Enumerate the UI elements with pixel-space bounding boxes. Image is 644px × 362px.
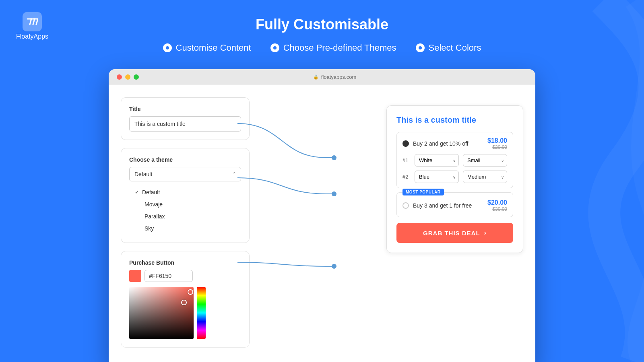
deal-option-1-left: Buy 2 and get 10% off: [402, 140, 469, 147]
variant-color-1-wrap: White Blue Black ∨: [415, 154, 459, 167]
deal-option-1[interactable]: Buy 2 and get 10% off $18.00 $20.00 #1 W…: [396, 132, 513, 188]
most-popular-card[interactable]: MOST POPULAR Buy 3 and get 1 for free $2…: [396, 192, 513, 217]
tab-select-colors[interactable]: Select Colors: [416, 43, 481, 53]
variant-size-arrow-1: ∨: [501, 158, 504, 162]
theme-option-parallax[interactable]: Parallax: [131, 210, 239, 222]
deal-current-price-1: $18.00: [487, 137, 507, 144]
hue-slider[interactable]: [197, 287, 206, 339]
variant-color-select-1[interactable]: White Blue Black: [415, 154, 459, 167]
deal-price-1: $18.00 $20.00: [487, 137, 507, 150]
variant-size-2-wrap: Small Medium Large ∨: [463, 171, 507, 183]
traffic-light-yellow[interactable]: [125, 74, 130, 80]
most-popular-label: Buy 3 and get 1 for free: [413, 202, 472, 209]
tab-label-2: Choose Pre-defined Themes: [283, 43, 396, 53]
variant-color-2-wrap: White Blue Black ∨: [415, 171, 459, 183]
title-card: Title: [121, 97, 250, 140]
theme-label: Choose a theme: [129, 156, 241, 163]
variant-color-select-2[interactable]: White Blue Black: [415, 171, 459, 183]
tab-radio-2: [270, 43, 279, 52]
select-arrow-icon: ⌃: [232, 171, 236, 177]
variant-size-select-1[interactable]: Small Medium Large: [463, 154, 507, 167]
theme-option-label-default: Default: [142, 189, 160, 195]
preview-title: This is a custom title: [396, 115, 513, 125]
variant-row-1: #1 White Blue Black ∨ Small: [402, 154, 507, 167]
theme-option-label-parallax: Parallax: [144, 213, 165, 220]
most-popular-price: $20.00 $30.00: [487, 199, 507, 212]
url-text: floatyapps.com: [321, 74, 356, 80]
color-swatch: [129, 270, 141, 282]
tab-label-1: Customise Content: [176, 43, 251, 53]
tab-label-3: Select Colors: [429, 43, 481, 53]
logo: FloatyApps: [16, 12, 48, 40]
right-preview-panel: This is a custom title Buy 2 and get 10%…: [250, 97, 523, 356]
color-picker-handle-2[interactable]: [188, 289, 193, 295]
tab-predefined-themes[interactable]: Choose Pre-defined Themes: [270, 43, 396, 53]
color-picker-row: [129, 287, 241, 339]
browser-window: 🔒 floatyapps.com Title Choose a theme De…: [109, 69, 535, 362]
most-popular-left: Buy 3 and get 1 for free: [402, 202, 472, 209]
color-picker-card: Purchase Button: [121, 251, 250, 348]
variant-size-select-2[interactable]: Small Medium Large: [463, 171, 507, 183]
variant-num-2: #2: [402, 174, 411, 180]
preview-card: This is a custom title Buy 2 and get 10%…: [386, 105, 523, 253]
color-picker-gradient-area[interactable]: [129, 287, 194, 339]
color-label: Purchase Button: [129, 259, 241, 266]
color-picker-handle-1[interactable]: [181, 300, 187, 305]
grab-deal-button[interactable]: GRAB THIS DEAL ›: [396, 223, 513, 243]
most-popular-original-price: $30.00: [487, 206, 507, 212]
lock-icon: 🔒: [313, 74, 319, 80]
most-popular-badge: MOST POPULAR: [402, 189, 444, 195]
browser-content: Title Choose a theme Default Movaje Para…: [109, 85, 535, 362]
grab-deal-arrow-icon: ›: [484, 229, 487, 237]
deal-radio-1[interactable]: [402, 140, 409, 147]
theme-card: Choose a theme Default Movaje Parallax S…: [121, 148, 250, 243]
variant-num-1: #1: [402, 157, 411, 163]
variant-color-arrow-1: ∨: [453, 158, 456, 162]
deal-original-price-1: $20.00: [487, 144, 507, 150]
tab-radio-3: [416, 43, 425, 52]
title-input[interactable]: [129, 116, 241, 132]
color-input-row: [129, 270, 241, 282]
page-title: Fully Customisable: [0, 16, 644, 33]
variant-color-arrow-2: ∨: [453, 175, 456, 179]
most-popular-content: Buy 3 and get 1 for free $20.00 $30.00: [402, 199, 507, 212]
checkmark-icon: ✓: [135, 189, 139, 195]
left-panel: Title Choose a theme Default Movaje Para…: [121, 97, 250, 356]
variant-row-2: #2 White Blue Black ∨ Small: [402, 171, 507, 183]
logo-icon: [23, 12, 42, 31]
traffic-light-green[interactable]: [134, 74, 139, 80]
variant-size-arrow-2: ∨: [501, 175, 504, 179]
tab-radio-1: [163, 43, 172, 52]
browser-titlebar: 🔒 floatyapps.com: [109, 69, 535, 85]
grab-deal-label: GRAB THIS DEAL: [423, 230, 480, 237]
theme-option-sky[interactable]: Sky: [131, 222, 239, 234]
theme-option-label-sky: Sky: [144, 225, 154, 232]
tab-customise-content[interactable]: Customise Content: [163, 43, 251, 53]
title-label: Title: [129, 106, 241, 112]
page-header: Fully Customisable Customise Content Cho…: [0, 0, 644, 61]
most-popular-current-price: $20.00: [487, 199, 507, 206]
browser-url-bar[interactable]: 🔒 floatyapps.com: [142, 74, 527, 80]
theme-select-wrapper: Default Movaje Parallax Sky ⌃: [129, 167, 241, 181]
theme-option-default[interactable]: ✓ Default: [131, 186, 239, 198]
deal-label-1: Buy 2 and get 10% off: [413, 140, 469, 147]
theme-option-movaje[interactable]: Movaje: [131, 198, 239, 210]
logo-text: FloatyApps: [16, 33, 48, 40]
theme-select[interactable]: Default Movaje Parallax Sky: [129, 167, 241, 181]
deal-option-1-header: Buy 2 and get 10% off $18.00 $20.00: [402, 137, 507, 150]
traffic-light-red[interactable]: [117, 74, 122, 80]
variant-size-1-wrap: Small Medium Large ∨: [463, 154, 507, 167]
feature-tabs: Customise Content Choose Pre-defined The…: [0, 43, 644, 53]
most-popular-radio[interactable]: [402, 202, 409, 209]
theme-options-list: ✓ Default Movaje Parallax Sky: [129, 186, 241, 234]
color-hex-input[interactable]: [144, 270, 193, 282]
theme-option-label-movaje: Movaje: [144, 201, 163, 208]
